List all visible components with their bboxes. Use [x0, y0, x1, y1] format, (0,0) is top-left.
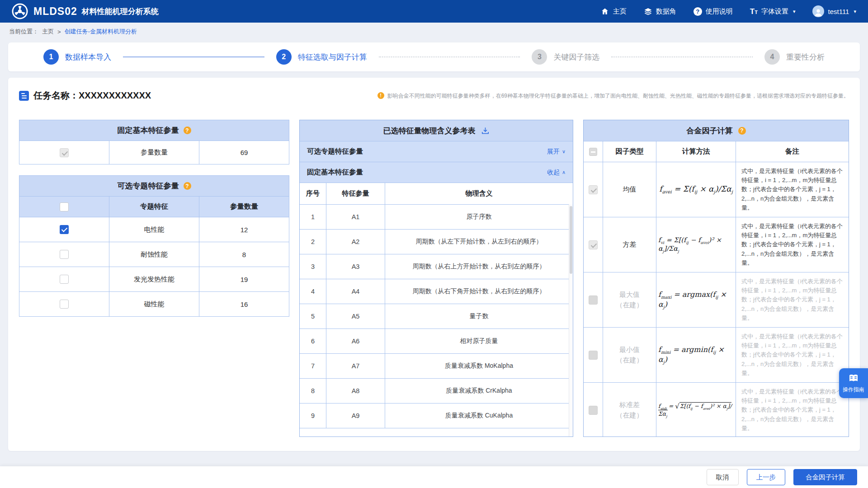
reference-panel-title: 已选特征量物理含义参考表 — [383, 126, 476, 136]
column-header: 专题特征 — [109, 197, 199, 217]
optional-feature-row: 磁性能16 — [19, 292, 289, 317]
step-indicator: 1 数据样本导入 2 特征选取与因子计算 3 关键因子筛选 4 重要性分析 — [8, 42, 860, 71]
layers-icon — [644, 7, 652, 16]
scrollbar-thumb[interactable] — [570, 206, 572, 274]
feature-code: A4 — [326, 279, 385, 304]
physical-meaning: 量子数 — [385, 304, 573, 328]
step-2-label: 特征选取与因子计算 — [298, 52, 367, 62]
section-label: 可选专题特征参量 — [307, 147, 363, 156]
factor-note: 式中，是元素特征量（i代表元素的各个特征量，i = 1，2,...m，m为特征量… — [741, 222, 843, 267]
factor-note: 式中，是元素特征量（i代表元素的各个特征量，i = 1，2,...m，m为特征量… — [741, 387, 843, 433]
alloy-factor-calc-button[interactable]: 合金因子计算 — [793, 469, 857, 485]
physical-meaning: 质量衰减系数 CrKalpha — [385, 379, 573, 403]
step-1-label: 数据样本导入 — [65, 52, 111, 62]
section-optional-features: 可选专题特征参量 展开 ∨ — [300, 141, 573, 162]
help-icon[interactable]: ? — [738, 127, 746, 135]
feature-code: A3 — [326, 254, 385, 279]
nav-item-home[interactable]: 主页 — [601, 7, 627, 16]
feature-checkbox[interactable] — [60, 275, 69, 284]
feature-count: 12 — [199, 217, 289, 242]
physical-meaning: 质量衰减系数 MoKalpha — [385, 354, 573, 378]
factor-panel: 合金因子计算 ? 因子类型 计算方法 备注 均值favei = Σ(fij × … — [583, 120, 849, 437]
content-columns: 固定基本特征参量? 参量数量 69 可选专题特征参量? 专题特 — [19, 120, 849, 437]
warning-icon: ! — [377, 92, 384, 99]
physical-meaning: 周期数（从右下角开始计数，从右到左的顺序） — [385, 279, 573, 304]
breadcrumb: 当前位置： 主页 > 创建任务-金属材料机理分析 — [0, 23, 868, 41]
chevron-down-icon: ∨ — [562, 149, 566, 155]
step-1-number: 1 — [43, 49, 59, 65]
factor-checkbox — [589, 240, 598, 249]
column-header: 因子类型 — [603, 141, 656, 162]
reference-table-header: 序号 特征参量 物理含义 — [300, 183, 573, 204]
factor-formula: fvi = Σ[(fij − favei)² × αj]/Σαj — [656, 217, 736, 272]
step-connector — [123, 56, 264, 57]
breadcrumb-home-link[interactable]: 主页 — [42, 28, 54, 36]
factor-note: 式中，是元素特征量（i代表元素的各个特征量，i = 1，2,...m，m为特征量… — [741, 332, 843, 378]
nav-item-user[interactable]: test111 ▾ — [812, 5, 856, 17]
feature-count: 19 — [199, 267, 289, 292]
table-row: 参量数量 69 — [19, 141, 289, 164]
row-index: 1 — [300, 205, 326, 229]
reference-row: 1A1原子序数 — [300, 204, 573, 229]
help-icon[interactable]: ? — [184, 127, 191, 134]
step-3: 3 关键因子筛选 — [532, 49, 599, 65]
feature-checkbox[interactable] — [60, 250, 69, 259]
reference-row: 3A3周期数（从右上方开始计数，从右到左的顺序） — [300, 254, 573, 279]
optional-feature-row: 耐蚀性能8 — [19, 242, 289, 267]
row-index: 5 — [300, 304, 326, 328]
column-header: 物理含义 — [385, 183, 573, 204]
partial-next-row — [300, 428, 573, 437]
font-icon: TT — [750, 8, 758, 15]
factor-row: 方差fvi = Σ[(fij − favei)² × αj]/Σαj式中，是元素… — [584, 217, 849, 272]
reference-row: 2A2周期数（从左下开始计数，从左到右的顺序） — [300, 229, 573, 254]
feature-count: 16 — [199, 292, 289, 317]
collapse-toggle[interactable]: 收起 ∧ — [547, 169, 566, 177]
step-4: 4 重要性分析 — [764, 49, 825, 65]
feature-name: 磁性能 — [109, 292, 199, 317]
feature-code: A9 — [326, 404, 385, 428]
row-index: 2 — [300, 230, 326, 254]
row-index: 9 — [300, 404, 326, 428]
nav-item-data[interactable]: 数据角 — [644, 7, 676, 16]
row-index: 6 — [300, 329, 326, 353]
cancel-button[interactable]: 取消 — [707, 469, 739, 485]
step-connector — [379, 56, 520, 57]
nav-item-font-settings[interactable]: TT 字体设置 ▾ — [750, 7, 796, 16]
feature-checkbox[interactable] — [60, 300, 69, 309]
factor-row: 最小值（在建）fmini = argmin(fij × αj)式中，是元素特征量… — [584, 327, 849, 382]
reference-row: 5A5量子数 — [300, 304, 573, 328]
fixed-row-label: 参量数量 — [109, 141, 199, 164]
chevron-up-icon: ∧ — [562, 169, 566, 175]
factor-note: 式中，是元素特征量（i代表元素的各个特征量，i = 1，2,...m，m为特征量… — [741, 277, 843, 323]
operation-guide-button[interactable]: 操作指南 — [839, 368, 868, 398]
middle-column: 已选特征量物理含义参考表 可选专题特征参量 展开 ∨ 固定基本特征参量 — [299, 120, 573, 437]
step-connector — [611, 56, 753, 57]
factor-row: 最大值（在建）fmaxi = argmax(fij × αj)式中，是元素特征量… — [584, 272, 849, 327]
feature-code: A2 — [326, 230, 385, 254]
previous-step-button[interactable]: 上一步 — [747, 469, 786, 485]
factor-checkbox — [589, 351, 598, 360]
reference-row: 9A9质量衰减系数 CuKalpha — [300, 403, 573, 428]
fixed-table-title: 固定基本特征参量 — [118, 125, 179, 136]
scrollbar-track[interactable] — [569, 204, 573, 437]
column-header: 特征参量 — [326, 183, 385, 204]
guide-label: 操作指南 — [843, 386, 864, 394]
help-icon[interactable]: ? — [184, 182, 191, 190]
document-icon — [19, 91, 29, 101]
feature-code: A5 — [326, 304, 385, 328]
factor-table-header: 因子类型 计算方法 备注 — [584, 141, 849, 162]
fixed-feature-table: 固定基本特征参量? 参量数量 69 — [19, 120, 289, 164]
fixed-row-value: 69 — [199, 141, 289, 164]
download-icon[interactable] — [481, 127, 490, 135]
app-logo-icon[interactable] — [12, 3, 28, 19]
breadcrumb-current[interactable]: 创建任务-金属材料机理分析 — [65, 28, 137, 36]
factor-type: 方差 — [603, 217, 656, 272]
feature-name: 电性能 — [109, 217, 199, 242]
nav-item-help[interactable]: ? 使用说明 — [693, 7, 733, 16]
expand-toggle[interactable]: 展开 ∨ — [547, 148, 566, 156]
select-all-checkbox[interactable] — [60, 202, 69, 211]
notice-text: 影响合金不同性能的可能特征参量种类多样，在69种基本物理化学特征参量的基础上，增… — [387, 92, 849, 100]
feature-checkbox[interactable] — [60, 225, 69, 234]
factor-type: 最小值（在建） — [603, 328, 656, 382]
feature-code: A7 — [326, 354, 385, 378]
